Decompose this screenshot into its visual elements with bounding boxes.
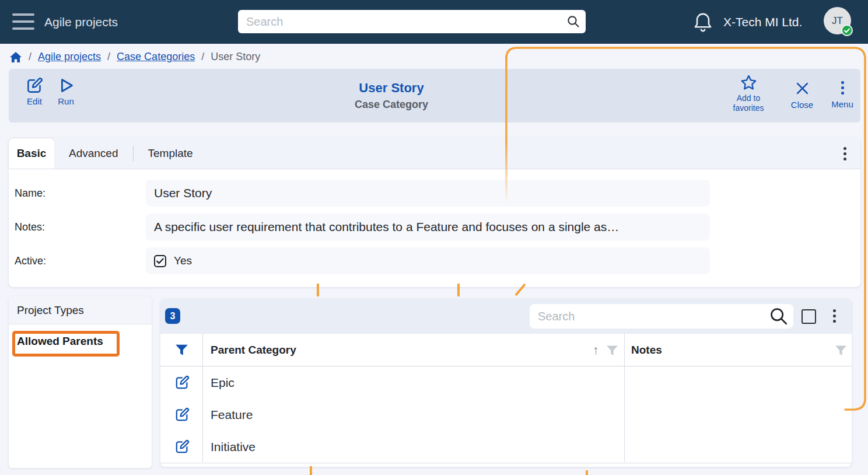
menu-button[interactable]: Menu xyxy=(828,80,857,109)
breadcrumb-link-agile-projects[interactable]: Agile projects xyxy=(38,51,101,63)
column-divider xyxy=(202,334,203,462)
column-header-parent-category[interactable]: Parent Category xyxy=(211,344,296,357)
breadcrumb-separator: / xyxy=(107,51,110,63)
kebab-menu-icon xyxy=(841,80,844,95)
table-row[interactable]: Feature xyxy=(160,399,852,431)
menu-label: Menu xyxy=(831,99,853,109)
search-icon[interactable] xyxy=(566,15,580,31)
parent-category-cell: Epic xyxy=(211,376,235,390)
sidebar-item-project-types[interactable]: Project Types xyxy=(9,296,152,324)
sort-ascending-icon[interactable]: ↑ xyxy=(593,343,599,357)
table-kebab-menu-icon[interactable] xyxy=(833,309,836,323)
notifications-bell-icon[interactable] xyxy=(692,10,714,33)
select-all-checkbox-icon[interactable] xyxy=(802,309,816,324)
breadcrumb-link-case-categories[interactable]: Case Categories xyxy=(117,51,195,63)
page-subtitle: Case Category xyxy=(355,99,428,111)
row-edit-icon[interactable] xyxy=(174,439,190,457)
close-icon xyxy=(795,81,810,96)
tab-basic[interactable]: Basic xyxy=(9,138,54,169)
tab-template[interactable]: Template xyxy=(134,138,208,169)
app-title: Agile projects xyxy=(44,15,118,29)
action-toolbar: Edit Run User Story Case Category Add to… xyxy=(9,69,860,123)
star-icon xyxy=(740,74,758,92)
app-window: Agile projects X-Tech MI Ltd. JT xyxy=(0,0,868,475)
table-row[interactable]: Epic xyxy=(160,366,852,399)
name-label: Name: xyxy=(15,187,46,200)
close-button[interactable]: Close xyxy=(785,81,819,110)
detail-tabbar: Basic Advanced Template xyxy=(9,138,860,169)
organization-name[interactable]: X-Tech MI Ltd. xyxy=(723,15,802,29)
filter-funnel-icon-active[interactable] xyxy=(175,344,188,359)
online-status-badge xyxy=(841,25,853,36)
notes-label: Notes: xyxy=(15,221,45,233)
table-toolbar: 3 xyxy=(160,299,852,334)
panel-kebab-menu-icon[interactable] xyxy=(844,147,846,160)
active-value: Yes xyxy=(174,254,192,267)
global-search xyxy=(238,10,586,33)
breadcrumb: / Agile projects / Case Categories / Use… xyxy=(9,44,260,70)
page-title: User Story xyxy=(359,81,424,96)
breadcrumb-separator: / xyxy=(201,51,204,63)
active-value-box: Yes xyxy=(146,247,710,274)
row-edit-icon[interactable] xyxy=(174,407,190,425)
allowed-parents-table-panel: 3 Parent Category ↑ xyxy=(160,299,852,467)
column-header-notes[interactable]: Notes xyxy=(631,344,662,357)
parent-category-cell: Initiative xyxy=(211,440,256,454)
global-search-input[interactable] xyxy=(238,10,586,33)
filter-funnel-icon-parent-category[interactable] xyxy=(606,345,618,359)
add-to-favorites-button[interactable]: Add to favorites xyxy=(726,74,771,113)
hamburger-menu-icon[interactable] xyxy=(12,13,34,30)
field-row-name: Name: User Story xyxy=(9,180,860,207)
breadcrumb-separator: / xyxy=(29,51,32,63)
row-edit-icon[interactable] xyxy=(174,375,190,393)
table-body: Epic Feature Initiative xyxy=(160,366,852,463)
filter-funnel-icon-notes[interactable] xyxy=(835,345,847,359)
breadcrumb-current: User Story xyxy=(211,51,260,63)
page-title-block: User Story Case Category xyxy=(9,69,774,123)
close-label: Close xyxy=(791,100,813,110)
tab-advanced[interactable]: Advanced xyxy=(54,138,133,169)
active-label: Active: xyxy=(15,255,46,267)
case-category-detail-panel: Basic Advanced Template Name: User Story… xyxy=(9,138,860,287)
column-divider xyxy=(624,334,625,462)
name-value: User Story xyxy=(146,180,710,207)
top-navbar: Agile projects X-Tech MI Ltd. JT xyxy=(0,0,868,44)
table-search-icon[interactable] xyxy=(769,306,789,329)
table-search-input[interactable] xyxy=(530,304,793,329)
record-count-badge: 3 xyxy=(165,308,180,324)
table-header-row: Parent Category ↑ Notes xyxy=(160,334,852,366)
field-row-active: Active: Yes xyxy=(9,247,860,274)
favorites-label: Add to favorites xyxy=(726,93,771,113)
sidebar-item-allowed-parents[interactable]: Allowed Parents xyxy=(9,324,152,358)
relations-side-panel: Project Types Allowed Parents xyxy=(9,296,152,468)
home-icon[interactable] xyxy=(9,51,22,63)
field-row-notes: Notes: A specific user requirement that … xyxy=(9,214,860,240)
table-row[interactable]: Initiative xyxy=(160,431,852,463)
active-checkbox[interactable] xyxy=(154,255,166,267)
table-search xyxy=(530,304,793,329)
notes-value: A specific user requirement that contrib… xyxy=(146,214,710,240)
parent-category-cell: Feature xyxy=(211,408,253,422)
